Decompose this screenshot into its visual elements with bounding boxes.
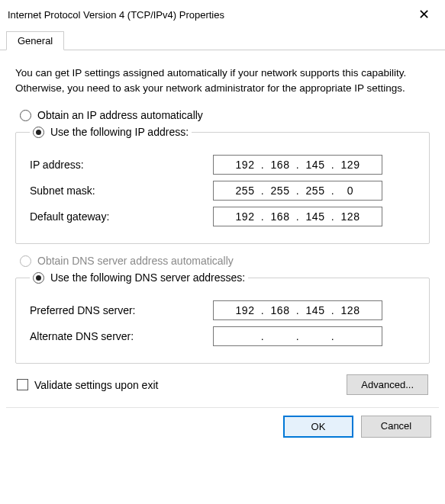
pref-dns-input[interactable]: 192. 168. 145. 128 [213,300,382,320]
radio-ip-manual-label: Use the following IP address: [50,126,189,138]
cancel-button[interactable]: Cancel [361,416,431,438]
radio-ip-auto[interactable]: Obtain an IP address automatically [20,109,430,121]
ip-settings-group: Use the following IP address: IP address… [15,126,430,244]
radio-dns-auto: Obtain DNS server address automatically [20,255,430,267]
subnet-oct-4: 0 [338,185,363,197]
radio-selected-icon [33,127,44,138]
radio-unselected-icon [20,110,31,121]
subnet-mask-row: Subnet mask: 255. 255. 255. 0 [30,181,415,201]
subnet-oct-2: 255 [268,185,292,197]
radio-ip-auto-label: Obtain an IP address automatically [37,109,203,121]
alt-dns-row: Alternate DNS server: . . . [30,326,415,346]
radio-dns-manual-label: Use the following DNS server addresses: [50,271,245,284]
pdns-oct-3: 145 [303,304,327,316]
ip-oct-2: 168 [268,159,292,171]
checkbox-unchecked-icon [17,379,28,390]
gw-oct-4: 128 [338,210,363,223]
gateway-row: Default gateway: 192. 168. 145. 128 [30,207,415,226]
advanced-button[interactable]: Advanced... [347,374,428,395]
pdns-oct-1: 192 [233,304,257,316]
bottom-row: Validate settings upon exit Advanced... [17,374,428,395]
ip-oct-1: 192 [233,159,257,171]
tab-general[interactable]: General [6,31,64,50]
ip-address-input[interactable]: 192. 168. 145. 129 [213,155,382,175]
gw-oct-1: 192 [233,210,257,223]
subnet-oct-1: 255 [233,185,257,197]
titlebar: Internet Protocol Version 4 (TCP/IPv4) P… [0,0,445,27]
ip-address-label: IP address: [30,159,213,171]
close-icon[interactable]: ✕ [414,6,434,23]
window-title: Internet Protocol Version 4 (TCP/IPv4) P… [8,9,224,21]
general-panel: You can get IP settings assigned automat… [0,50,445,406]
ip-address-row: IP address: 192. 168. 145. 129 [30,155,415,175]
gateway-input[interactable]: 192. 168. 145. 128 [213,207,382,226]
pref-dns-label: Preferred DNS server: [30,304,213,316]
radio-disabled-icon [20,255,31,267]
dialog-footer: OK Cancel [0,408,445,448]
ip-oct-3: 145 [303,159,327,171]
alt-dns-input[interactable]: . . . [213,326,382,346]
subnet-oct-3: 255 [303,185,327,197]
validate-label: Validate settings upon exit [34,379,158,391]
ok-button[interactable]: OK [283,416,353,438]
subnet-mask-input[interactable]: 255. 255. 255. 0 [213,181,382,201]
pdns-oct-2: 168 [268,304,292,316]
intro-text: You can get IP settings assigned automat… [15,66,430,95]
ip-oct-4: 129 [338,159,363,171]
dns-settings-group: Use the following DNS server addresses: … [15,271,430,364]
gateway-label: Default gateway: [30,210,213,223]
radio-dns-auto-label: Obtain DNS server address automatically [37,255,234,267]
radio-dns-manual[interactable]: Use the following DNS server addresses: [33,271,245,284]
subnet-mask-label: Subnet mask: [30,185,213,197]
radio-ip-manual[interactable]: Use the following IP address: [33,126,189,138]
radio-selected-icon [33,272,44,284]
validate-checkbox[interactable]: Validate settings upon exit [17,379,158,391]
tab-strip: General [0,27,445,50]
gw-oct-3: 145 [303,210,327,223]
pref-dns-row: Preferred DNS server: 192. 168. 145. 128 [30,300,415,320]
alt-dns-label: Alternate DNS server: [30,330,213,342]
gw-oct-2: 168 [268,210,292,223]
pdns-oct-4: 128 [338,304,363,316]
